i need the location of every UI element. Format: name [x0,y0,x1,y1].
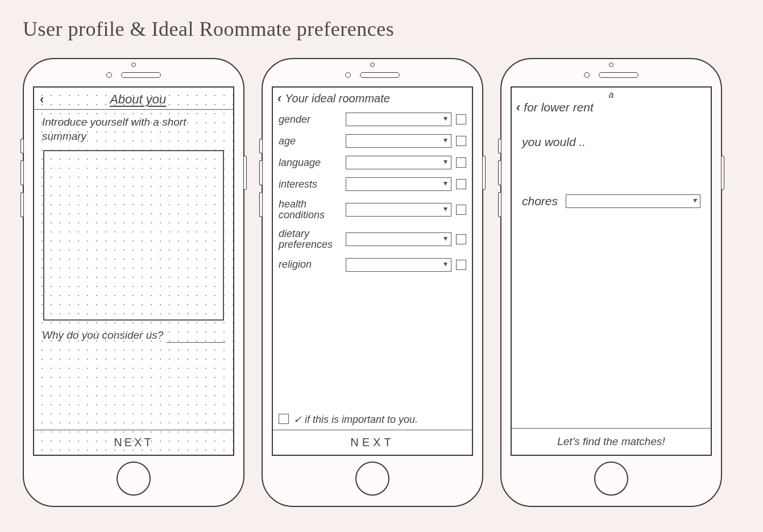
find-matches-button[interactable]: Let's find the matches! [512,428,711,455]
chores-dropdown[interactable] [566,194,700,208]
header-title: About you [48,92,227,107]
phone-top-hardware [106,67,161,83]
phone-frame-2: ‹ Your ideal roommate gender age languag… [262,58,483,507]
pref-row-gender: gender [279,113,466,126]
preferences-list: gender age language interests [273,109,472,406]
why-answer-input[interactable] [167,332,225,343]
pref-label: gender [279,114,341,125]
body: you would .. chores [512,118,711,428]
side-buttons-left [20,139,23,217]
side-button-right [721,156,724,190]
why-question-row: Why do you consider us? [34,325,233,343]
pref-label: religion [279,259,341,270]
interests-important-checkbox[interactable] [456,179,466,189]
intro-prompt: Introduce yourself with a short summary [34,110,233,146]
age-important-checkbox[interactable] [456,136,466,146]
age-dropdown[interactable] [346,134,451,148]
dietary-dropdown[interactable] [346,232,451,246]
religion-important-checkbox[interactable] [456,260,466,270]
sensor-icon [584,72,590,78]
wireframe-row: ‹ About you Introduce yourself with a sh… [23,58,740,507]
side-button-right [244,156,247,190]
you-would-label: you would .. [522,135,700,149]
header-bar: ‹ Your ideal roommate [273,88,472,109]
dietary-important-checkbox[interactable] [456,234,466,244]
home-button-icon[interactable] [117,462,151,496]
religion-dropdown[interactable] [346,258,451,272]
side-buttons-left [259,139,262,217]
header-bar: ‹ About you [34,88,233,110]
pref-label: age [279,136,341,147]
camera-icon [370,63,375,67]
next-button[interactable]: NEXT [34,430,233,455]
screen-about-you: ‹ About you Introduce yourself with a sh… [33,86,234,456]
speaker-icon [121,72,161,78]
chores-label: chores [522,194,558,208]
header-superscript: a [512,88,711,100]
sensor-icon [106,72,112,78]
next-button[interactable]: NEXT [273,430,472,455]
phone-frame-3: a ‹ for lower rent you would .. chores L… [500,58,722,507]
language-dropdown[interactable] [346,156,451,169]
camera-icon [131,63,136,67]
phone-top-hardware [345,67,400,83]
phone-top-hardware [584,67,638,83]
speaker-icon [599,72,638,78]
pref-row-language: language [279,156,466,169]
phone-frame-1: ‹ About you Introduce yourself with a sh… [23,58,244,507]
pref-label: health conditions [279,199,341,221]
screen-ideal-roommate: ‹ Your ideal roommate gender age languag… [272,86,473,456]
pref-label: interests [279,179,341,190]
hint-checkbox-icon [279,414,289,424]
health-important-checkbox[interactable] [456,205,466,215]
speaker-icon [360,72,400,78]
home-button-icon[interactable] [355,462,389,496]
header-title: Your ideal roommate [285,92,390,105]
pref-row-interests: interests [279,177,466,191]
back-icon[interactable]: ‹ [516,100,520,115]
important-hint: ✓ if this is important to you. [273,406,472,430]
pref-row-dietary: dietary preferences [279,228,466,250]
health-dropdown[interactable] [346,203,451,217]
chores-row: chores [522,194,700,208]
pref-row-age: age [279,134,466,148]
pref-row-health: health conditions [279,199,466,221]
screen-lower-rent: a ‹ for lower rent you would .. chores L… [511,86,712,456]
camera-icon [609,63,613,67]
summary-textarea[interactable] [43,150,224,321]
gender-dropdown[interactable] [346,113,451,126]
side-button-right [483,156,486,190]
gender-important-checkbox[interactable] [456,114,466,124]
back-icon[interactable]: ‹ [40,92,44,107]
home-button-icon[interactable] [594,462,628,496]
header-bar: ‹ for lower rent [512,100,711,118]
header-title: for lower rent [524,101,594,114]
back-icon[interactable]: ‹ [277,91,281,106]
pref-row-religion: religion [279,258,466,272]
side-buttons-left [498,139,501,217]
hint-text: ✓ if this is important to you. [293,414,418,426]
language-important-checkbox[interactable] [456,157,466,168]
page-title: User profile & Ideal Roommate preference… [23,17,740,41]
why-question-label: Why do you consider us? [42,329,163,343]
pref-label: dietary preferences [279,228,341,250]
pref-label: language [279,157,341,168]
interests-dropdown[interactable] [346,177,451,191]
sensor-icon [345,72,351,78]
